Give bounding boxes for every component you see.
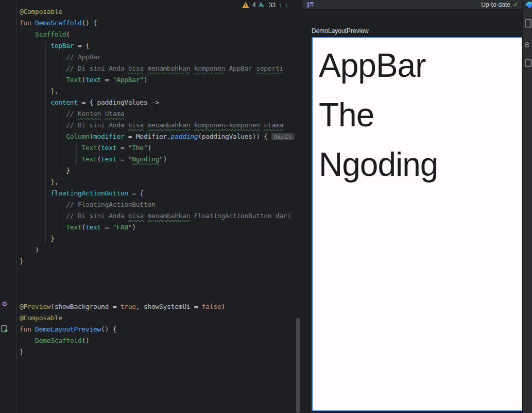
preview-settings-gear-icon[interactable]: ⚙ [2, 301, 8, 307]
document-glyph [525, 59, 532, 67]
code-line[interactable]: // Di sini Anda bisa menambahkan kompone… [20, 63, 301, 74]
canvas-text-line: Ngoding [319, 140, 522, 189]
gutter-separator [16, 0, 16, 413]
code-line[interactable]: floatingActionButton = { [20, 188, 301, 199]
up-to-date-check-icon: ✓ [513, 1, 518, 8]
code-line[interactable]: Text(text = "AppBar") [20, 74, 301, 86]
code-line[interactable]: Text(text = "Ngoding") [20, 154, 301, 165]
code-line[interactable]: }, [20, 176, 301, 188]
code-line[interactable] [20, 278, 301, 290]
code-line[interactable] [20, 290, 301, 301]
typo-count[interactable]: 33 [269, 2, 276, 9]
preview-toolbar: Up-to-date ✓ [303, 0, 522, 10]
code-line[interactable]: // AppBar [20, 52, 301, 63]
code-line[interactable]: // FloatingActionButton [20, 199, 301, 210]
warning-count[interactable]: 4 [252, 2, 256, 9]
compose-tool-icon[interactable] [525, 1, 532, 11]
gradle-tool-icon[interactable]: 8 [525, 40, 529, 49]
code-line[interactable]: // Di sini Anda bisa menambahkan Floatin… [20, 210, 301, 222]
code-line[interactable]: content = { paddingValues -> [20, 97, 301, 108]
code-line[interactable]: Scaffold( [20, 29, 301, 40]
code-lines[interactable]: @Composablefun DemoScaffold() { Scaffold… [20, 6, 301, 358]
code-line[interactable]: @Preview(showBackground = true, showSyst… [20, 301, 301, 312]
code-line[interactable]: } [20, 165, 301, 176]
run-preview-icon[interactable] [1, 325, 9, 334]
code-line[interactable]: } [20, 346, 301, 358]
canvas-text-line: The [319, 90, 522, 140]
build-status-text: Up-to-date [481, 1, 510, 8]
device-glyph [525, 19, 532, 28]
code-line[interactable]: // Di sini Anda bisa menambahkan kompone… [20, 120, 301, 131]
compose-preview-panel: Up-to-date ✓ DemoLayoutPreview AppBarThe… [303, 0, 522, 413]
code-line[interactable]: Text(text = "FAB") [20, 222, 301, 233]
editor-scrollbar[interactable] [296, 318, 300, 413]
code-line[interactable]: Text(text = "The") [20, 142, 301, 154]
preview-name-label[interactable]: DemoLayoutPreview [312, 27, 369, 35]
preview-canvas[interactable]: AppBarTheNgoding [312, 37, 522, 411]
code-line[interactable]: // Konten Utama [20, 108, 301, 120]
canvas-text-column: AppBarTheNgoding [313, 38, 522, 189]
run-preview-glyph [1, 325, 9, 334]
compose-tool-glyph [525, 1, 532, 9]
code-line[interactable]: } [20, 256, 301, 267]
right-tool-sidebar: 8 [522, 0, 532, 413]
code-line[interactable]: } [20, 233, 301, 244]
code-line[interactable]: fun DemoScaffold() { [20, 18, 301, 29]
code-line[interactable]: topBar = { [20, 40, 301, 52]
ide-root: ⚙ @Composablefun DemoScaffold() { Scaffo… [0, 0, 532, 413]
arrow-up-icon[interactable]: ↑ [279, 0, 282, 10]
code-line[interactable] [20, 267, 301, 278]
arrow-down-icon[interactable]: ↓ [285, 0, 289, 10]
document-tool-icon[interactable] [525, 59, 532, 69]
code-line[interactable]: DemoScaffold() [20, 335, 301, 346]
code-editor[interactable]: ⚙ @Composablefun DemoScaffold() { Scaffo… [0, 0, 301, 413]
code-line[interactable]: @Composable [20, 312, 301, 324]
grid-view-icon[interactable] [307, 2, 314, 8]
code-line[interactable]: Column(modifier = Modifier.padding(paddi… [20, 131, 301, 142]
build-status-chip[interactable]: Up-to-date ✓ [481, 1, 518, 8]
typo-check: ✓ [261, 3, 265, 9]
canvas-text-line: AppBar [319, 41, 522, 90]
code-line[interactable]: fun DemoLayoutPreview() { [20, 324, 301, 335]
device-manager-icon[interactable] [525, 19, 532, 30]
inspections-widget: 4 A ✓ 33 ↑ ↓ [242, 0, 288, 10]
code-line[interactable]: }, [20, 86, 301, 97]
typo-inspection-icon[interactable]: A ✓ [259, 2, 266, 9]
warning-icon[interactable] [242, 2, 249, 8]
code-line[interactable]: ) [20, 244, 301, 256]
